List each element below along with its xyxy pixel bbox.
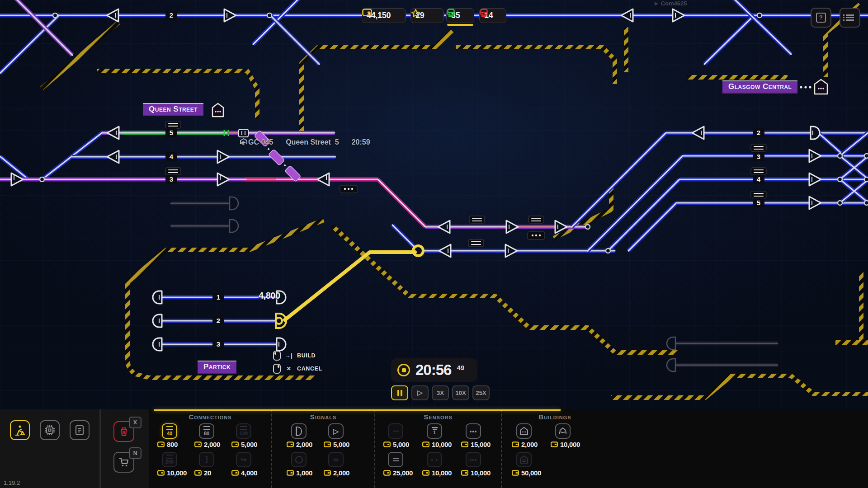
svg-text:4: 4 xyxy=(170,153,174,160)
train-green-icon xyxy=(447,9,455,17)
timer-signal-icon xyxy=(295,456,303,464)
wallet-icon xyxy=(461,470,468,476)
score-counter: 29 xyxy=(410,8,444,23)
sensor-badge[interactable] xyxy=(751,191,766,198)
track-map-svg: 2 xyxy=(0,0,868,409)
station-label-partick[interactable]: Partick xyxy=(198,361,236,373)
shop-item-sensor-wait[interactable]: ••• 15,000 xyxy=(459,423,496,451)
glasgow-route-dots xyxy=(800,86,811,88)
sensor-badge[interactable] xyxy=(751,168,766,175)
shop-item-track-120[interactable]: 120 5,000 xyxy=(230,423,267,451)
svg-text:5: 5 xyxy=(170,129,173,136)
game-clock: 20:56 49 xyxy=(391,358,477,382)
section-signals: Signals 2,000 ▷ 5,000 1,000 xyxy=(272,409,375,488)
shop-item-signal-endless[interactable]: ∞ 2,000 xyxy=(322,452,359,480)
build-icon: →| xyxy=(284,352,293,359)
construction-worker-icon xyxy=(14,424,26,436)
play-button[interactable]: ▷ xyxy=(411,385,429,400)
pause-button[interactable] xyxy=(391,385,408,400)
shop-item-depot[interactable]: 50,000 xyxy=(510,452,547,480)
signal[interactable] xyxy=(811,127,820,139)
sensor-badge[interactable] xyxy=(468,239,484,247)
wallet-icon xyxy=(194,470,202,476)
clock-time: 20:56 xyxy=(415,361,451,379)
cart-icon xyxy=(118,457,129,468)
section-connections: Connections 40 800 80 2,000 120 5,000 xyxy=(149,409,272,488)
automation-mode-button[interactable] xyxy=(40,420,60,440)
help-icon: ? xyxy=(816,13,826,23)
sensor-badge[interactable] xyxy=(528,232,545,239)
tools-panel: X N xyxy=(101,409,149,488)
wallet-icon xyxy=(422,441,429,447)
shop-item-platform-building[interactable]: 10,000 xyxy=(549,423,586,451)
platform-labels-partick: 1 2 3 xyxy=(212,293,224,349)
track-200-icon: 200 xyxy=(165,455,174,465)
train-id: GC 045 xyxy=(248,138,273,146)
svg-text:1: 1 xyxy=(217,293,220,301)
trains-alert-counter: 14 xyxy=(479,8,506,23)
shop-item-signal-path[interactable]: 2,000 xyxy=(285,423,322,451)
svg-text:→: → xyxy=(454,247,460,254)
train-info[interactable]: ◀ GC 045 Queen Street 5 20:59 xyxy=(240,138,370,146)
svg-text:←: ← xyxy=(495,247,502,254)
wallet-icon xyxy=(362,9,372,16)
train-destination: Queen Street xyxy=(286,138,331,146)
wallet-icon xyxy=(512,441,519,447)
station-label-queen-street[interactable]: Queen Street xyxy=(143,104,203,115)
construction-mode-button[interactable] xyxy=(10,420,30,440)
wallet-icon xyxy=(324,441,331,447)
pause-icon xyxy=(397,390,402,396)
shop-item-station[interactable]: 2,000 xyxy=(510,423,547,451)
bumper-icon: ] xyxy=(205,455,208,464)
help-button[interactable]: ? xyxy=(811,8,831,28)
section-title: Sensors xyxy=(375,413,501,421)
star-icon xyxy=(411,9,420,18)
track-120-icon: 120 xyxy=(240,426,248,436)
station-label-glasgow[interactable]: Glasgow Central xyxy=(722,81,797,93)
shop-item-sensor-3dot[interactable]: ••• 10,000 xyxy=(459,452,496,480)
shop-item-bumper[interactable]: ] 20 xyxy=(193,452,230,480)
mouse-right-click-icon xyxy=(273,364,281,374)
menu-button[interactable] xyxy=(840,8,860,28)
wallet-icon xyxy=(194,441,202,447)
svg-text:5: 5 xyxy=(757,199,760,206)
shop-item-sensor-2dot[interactable]: • • 10,000 xyxy=(420,452,458,480)
wallet-icon xyxy=(383,470,391,476)
speed-10x-button[interactable]: 10X xyxy=(452,385,469,400)
endless-signal-icon: ∞ xyxy=(333,455,338,464)
train-tag[interactable]: ▶ Com4625 xyxy=(655,0,687,7)
mode-panel: 1.19.2 xyxy=(0,409,99,488)
shop-item-sensor-double[interactable]: 25,000 xyxy=(382,452,419,480)
shop-item-track-80[interactable]: 80 2,000 xyxy=(193,423,230,451)
shop-item-track-40[interactable]: 40 800 xyxy=(156,423,193,451)
sensor-badge[interactable] xyxy=(469,216,485,223)
section-title: Signals xyxy=(272,413,374,421)
shop-item-track-200[interactable]: 200 10,000 xyxy=(156,452,193,480)
shop-item-reverse-loop[interactable]: ↪ 4,000 xyxy=(230,452,267,480)
sensor-badge[interactable] xyxy=(751,144,766,151)
station-house-icon xyxy=(519,427,528,436)
shop-item-sensor-platform[interactable]: 1 10,000 xyxy=(420,423,458,451)
shop-item-signal-timer[interactable]: 1,000 xyxy=(285,452,322,480)
train-tag-label: Com4625 xyxy=(661,0,687,7)
sensor-badge[interactable] xyxy=(340,185,357,193)
sensor-badge[interactable] xyxy=(165,168,181,175)
shop-item-signal-auto[interactable]: ▷ 5,000 xyxy=(322,423,359,451)
shop-item-sensor-basic[interactable]: 5,000 xyxy=(382,423,419,451)
station-platform-icon xyxy=(558,427,567,436)
pause-state-icon xyxy=(397,364,410,376)
menu-list-icon xyxy=(846,14,854,21)
contracts-mode-button[interactable] xyxy=(70,420,90,440)
section-sensors: Sensors 5,000 1 10,000 ••• 15,000 xyxy=(375,409,502,488)
svg-text:4: 4 xyxy=(757,175,761,183)
sensor-badge[interactable] xyxy=(165,121,181,128)
svg-text:3: 3 xyxy=(217,340,220,348)
speed-3x-button[interactable]: 3X xyxy=(432,385,449,400)
track-80-icon: 80 xyxy=(203,426,210,436)
speed-25x-button[interactable]: 25X xyxy=(472,385,490,400)
svg-text:2: 2 xyxy=(170,11,173,19)
svg-text:3: 3 xyxy=(170,175,173,183)
sensor-badge[interactable] xyxy=(528,216,544,223)
track-map[interactable]: 2 xyxy=(0,0,868,409)
three-dot-sensor-icon: ••• xyxy=(470,456,477,463)
